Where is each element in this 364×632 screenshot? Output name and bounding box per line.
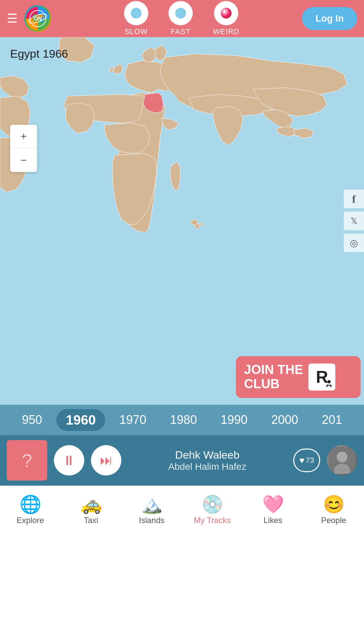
nav-my-tracks-label: My Tracks xyxy=(194,516,231,525)
nav-explore-label: Explore xyxy=(17,516,44,525)
like-heart-badge: ♥ 73 xyxy=(293,449,320,472)
svg-point-8 xyxy=(201,223,204,226)
album-art-placeholder: ? xyxy=(22,450,32,471)
like-count: 73 xyxy=(306,456,314,465)
year-2010[interactable]: 201 xyxy=(312,409,352,430)
year-1950[interactable]: 950 xyxy=(12,409,52,430)
player-controls: ⏸ ⏭ xyxy=(54,445,121,476)
radio-fast-dot xyxy=(175,8,186,19)
nav-explore[interactable]: 🌐 Explore xyxy=(0,486,61,534)
year-1980[interactable]: 1980 xyxy=(160,409,206,430)
track-title: Dehk Waleeb xyxy=(128,449,286,461)
zoom-out-button[interactable]: − xyxy=(10,148,37,172)
zoom-in-button[interactable]: + xyxy=(10,125,37,148)
nav-people[interactable]: 😊 People xyxy=(303,486,364,534)
islands-icon: 🏔️ xyxy=(141,495,163,513)
nav-islands[interactable]: 🏔️ Islands xyxy=(121,486,182,534)
zoom-controls: + − xyxy=(10,125,37,172)
app-logo[interactable]: ON xyxy=(24,5,51,32)
year-1970[interactable]: 1970 xyxy=(110,409,156,430)
nav-taxi[interactable]: 🚕 Taxi xyxy=(61,486,121,534)
social-icons-group: f 𝕏 ◎ xyxy=(344,190,364,252)
next-button[interactable]: ⏭ xyxy=(91,445,121,476)
radio-weird-circle xyxy=(214,1,238,25)
svg-point-13 xyxy=(337,452,347,462)
svg-point-9 xyxy=(327,380,331,383)
year-2000[interactable]: 2000 xyxy=(262,409,308,430)
year-1990[interactable]: 1990 xyxy=(211,409,257,430)
album-art: ? xyxy=(7,440,47,481)
svg-line-11 xyxy=(331,384,331,387)
taxi-icon: 🚕 xyxy=(80,495,102,513)
likes-icon: 🩷 xyxy=(262,495,284,513)
nav-likes[interactable]: 🩷 Likes xyxy=(243,486,303,534)
people-icon: 😊 xyxy=(323,495,345,513)
pause-button[interactable]: ⏸ xyxy=(54,445,84,476)
nav-people-label: People xyxy=(321,516,346,525)
heart-icon: ♥ xyxy=(299,455,304,466)
track-artist: Abdel Halim Hafez xyxy=(128,461,286,472)
explore-icon: 🌐 xyxy=(20,495,41,513)
timeline-bar: 950 1960 1970 1980 1990 2000 201 xyxy=(0,405,364,435)
twitter-icon[interactable]: 𝕏 xyxy=(344,212,364,230)
like-button[interactable]: ♥ 73 xyxy=(293,449,320,472)
user-avatar[interactable] xyxy=(327,445,357,476)
app-header: ☰ ON SLOW FAS xyxy=(0,0,364,37)
bottom-navigation: 🌐 Explore 🚕 Taxi 🏔️ Islands 💿 My Tracks … xyxy=(0,486,364,534)
join-club-banner[interactable]: JOIN THE CLUB R xyxy=(236,356,361,398)
map-location-label: Egypt 1966 xyxy=(10,47,68,60)
radio-slow-circle xyxy=(124,1,148,25)
svg-text:ON: ON xyxy=(34,16,42,22)
facebook-icon[interactable]: f xyxy=(344,190,364,208)
join-club-logo: R xyxy=(308,364,335,391)
svg-line-10 xyxy=(327,384,327,387)
my-tracks-icon: 💿 xyxy=(202,495,223,513)
year-1960[interactable]: 1960 xyxy=(56,409,105,431)
track-info: Dehk Waleeb Abdel Halim Hafez xyxy=(128,449,286,472)
radio-slow-dot xyxy=(131,8,142,19)
menu-icon[interactable]: ☰ xyxy=(7,12,18,25)
radio-fast-label: FAST xyxy=(171,27,190,36)
join-club-text: JOIN THE CLUB xyxy=(244,363,303,391)
radio-slow-label: SLOW xyxy=(124,27,148,36)
radio-weird[interactable]: WEIRD xyxy=(213,1,239,36)
map-container: Egypt 1966 + − f 𝕏 ◎ JOIN THE CLUB R xyxy=(0,37,364,405)
world-map xyxy=(0,37,364,405)
radio-weird-dot xyxy=(221,8,232,19)
instagram-icon[interactable]: ◎ xyxy=(344,234,364,252)
radio-fast[interactable]: FAST xyxy=(169,1,193,36)
radio-buttons-group: SLOW FAST WEIRD xyxy=(61,1,302,36)
nav-my-tracks[interactable]: 💿 My Tracks xyxy=(182,486,243,534)
nav-taxi-label: Taxi xyxy=(84,516,98,525)
music-player: ? ⏸ ⏭ Dehk Waleeb Abdel Halim Hafez ♥ 73 xyxy=(0,435,364,486)
login-button[interactable]: Log In xyxy=(302,7,357,30)
pause-icon: ⏸ xyxy=(62,453,76,468)
radio-fast-circle xyxy=(169,1,193,25)
timeline-years: 950 1960 1970 1980 1990 2000 201 xyxy=(10,409,354,431)
nav-islands-label: Islands xyxy=(139,516,164,525)
next-icon: ⏭ xyxy=(100,453,113,468)
logo-inner: ON xyxy=(26,7,50,30)
nav-likes-label: Likes xyxy=(264,516,282,525)
avatar-image xyxy=(327,445,357,476)
radio-slow[interactable]: SLOW xyxy=(124,1,148,36)
radio-weird-label: WEIRD xyxy=(213,27,239,36)
